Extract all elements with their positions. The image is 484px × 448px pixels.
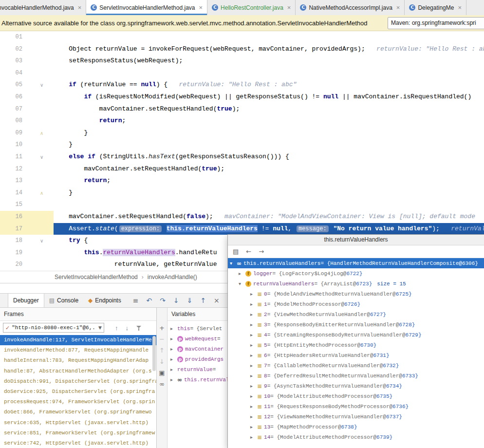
frame-row[interactable]: invokeHandlerMethod:877, RequestMappingH… bbox=[0, 345, 156, 355]
code-line[interactable]: 06 if (isRequestNotModified(webRequest) … bbox=[0, 91, 484, 103]
fold-up-icon[interactable]: ∧ bbox=[40, 187, 43, 200]
expand-icon[interactable]: ▸ bbox=[170, 326, 177, 331]
popup-row[interactable]: ▸≡10 = {ModelAttributeMethodProcessor@67… bbox=[228, 391, 484, 401]
back-icon[interactable]: ← bbox=[246, 248, 251, 255]
chevron-right-icon[interactable]: ▸ bbox=[250, 383, 257, 389]
popup-row[interactable]: ▸≡0 = {ModelAndViewMethodReturnValueHand… bbox=[228, 289, 484, 299]
popup-row[interactable]: ▸≡5 = {HttpEntityMethodProcessor@6730} bbox=[228, 340, 484, 350]
chevron-right-icon[interactable]: ▸ bbox=[250, 291, 257, 297]
popup-row[interactable]: ▸≡13 = {MapMethodProcessor@6738} bbox=[228, 422, 484, 432]
execution-line[interactable]: 17 Assert.state(expression: this.returnV… bbox=[0, 223, 484, 235]
expand-icon[interactable]: ▸ bbox=[170, 377, 177, 382]
popup-row[interactable]: ▸≡8 = {DeferredResultMethodReturnValueHa… bbox=[228, 371, 484, 381]
close-icon[interactable]: × bbox=[396, 4, 400, 11]
step-over-icon[interactable]: ↷ bbox=[160, 297, 166, 304]
editor-tab[interactable]: CDelegatingMe× bbox=[405, 0, 466, 15]
popup-row[interactable]: ▸≡12 = {ViewNameMethodReturnValueHandler… bbox=[228, 411, 484, 422]
filter-frames-icon[interactable] bbox=[136, 325, 142, 331]
frame-row[interactable]: handleInternal:783, RequestMappingHandle… bbox=[0, 355, 156, 366]
tab-console[interactable]: ▤Console bbox=[44, 294, 83, 307]
move-watch-up-icon[interactable]: ↑ bbox=[159, 347, 165, 354]
duplicate-watch-icon[interactable]: ▣ bbox=[159, 369, 165, 376]
popup-row[interactable]: ▾∞this.returnValueHandlers = {HandlerMet… bbox=[228, 258, 484, 268]
popup-row[interactable]: ▸≡3 = {ResponseBodyEmitterReturnValueHan… bbox=[228, 319, 484, 330]
popup-row[interactable]: ▸≡9 = {AsyncTaskMethodReturnValueHandler… bbox=[228, 381, 484, 391]
code-line[interactable]: 04 bbox=[0, 67, 484, 79]
popup-row[interactable]: ▸≡2 = {ViewMethodReturnValueHandler@6727… bbox=[228, 309, 484, 319]
frame-row[interactable]: handle:87, AbstractHandlerMethodAdapter … bbox=[0, 366, 156, 376]
frame-row[interactable]: doGet:866, FrameworkServlet (org.springf… bbox=[0, 407, 156, 417]
chevron-right-icon[interactable]: ▸ bbox=[250, 424, 257, 429]
layout-settings-icon[interactable]: ≡ bbox=[133, 297, 139, 304]
chevron-right-icon[interactable]: ▸ bbox=[250, 393, 257, 399]
code-line[interactable]: 05∨ if (returnValue == null) { returnVal… bbox=[0, 79, 484, 91]
chevron-right-icon[interactable]: ▸ bbox=[250, 322, 257, 327]
force-step-into-icon[interactable]: ⇓ bbox=[187, 297, 193, 304]
code-line[interactable]: 16 mavContainer.setRequestHandled(false)… bbox=[0, 211, 484, 223]
expand-icon[interactable]: ▸ bbox=[170, 336, 177, 341]
expand-icon[interactable]: ▸ bbox=[170, 356, 177, 362]
code-line[interactable]: 02 Object returnValue = invokeForRequest… bbox=[0, 43, 484, 56]
editor-tab[interactable]: CInvocableHandlerMethod.java× bbox=[0, 0, 86, 15]
code-line[interactable]: 08 return; bbox=[0, 115, 484, 127]
alt-source-combo[interactable]: Maven: org.springframework:spri bbox=[388, 17, 484, 29]
popup-row[interactable]: ▸≡14 = {ModelAttributeMethodProcessor@67… bbox=[228, 432, 484, 442]
chevron-right-icon[interactable]: ▸ bbox=[250, 312, 257, 317]
popup-row[interactable]: ▸≡4 = {StreamingResponseBodyReturnValueH… bbox=[228, 330, 484, 340]
previous-frame-icon[interactable]: ↑ bbox=[115, 324, 118, 332]
fold-down-icon[interactable]: ∨ bbox=[40, 151, 43, 164]
tab-debugger[interactable]: Debugger bbox=[8, 294, 44, 307]
chevron-right-icon[interactable]: ▸ bbox=[250, 363, 257, 368]
add-watch-icon[interactable]: + bbox=[159, 324, 165, 332]
tab-endpoints[interactable]: ◆Endpoints bbox=[83, 294, 126, 307]
breadcrumb-item-class[interactable]: ServletInvocableHandlerMethod bbox=[55, 274, 138, 280]
popup-row[interactable]: ▸≡7 = {CallableMethodReturnValueHandler@… bbox=[228, 360, 484, 371]
chevron-down-icon[interactable]: ▾ bbox=[230, 261, 237, 266]
chevron-right-icon[interactable]: ▸ bbox=[250, 353, 257, 358]
frames-scrollbar[interactable] bbox=[152, 336, 156, 371]
code-line[interactable]: 11∨ else if (StringUtils.hasText(getResp… bbox=[0, 151, 484, 163]
view-options-icon[interactable]: ▤ bbox=[233, 248, 239, 255]
code-line[interactable]: 03 setResponseStatus(webRequest); bbox=[0, 55, 484, 67]
close-icon[interactable]: × bbox=[78, 4, 82, 11]
frame-row[interactable]: invokeAndHandle:117, ServletInvocableHan… bbox=[0, 335, 156, 345]
frame-row[interactable]: service:742, HttpServlet (javax.servlet.… bbox=[0, 438, 156, 448]
chevron-right-icon[interactable]: ▸ bbox=[250, 414, 257, 419]
chevron-right-icon[interactable]: ▸ bbox=[250, 301, 257, 307]
code-line[interactable]: 09∧ } bbox=[0, 127, 484, 139]
chevron-down-icon[interactable]: ▾ bbox=[239, 281, 245, 286]
chevron-right-icon[interactable]: ▸ bbox=[250, 434, 257, 440]
fold-up-icon[interactable]: ∧ bbox=[40, 128, 43, 140]
editor-tab[interactable]: CServletInvocableHandlerMethod.java× bbox=[86, 0, 207, 15]
popup-row[interactable]: ▸≡11 = {RequestResponseBodyMethodProcess… bbox=[228, 401, 484, 411]
code-line[interactable]: 12 mavContainer.setRequestHandled(true); bbox=[0, 163, 484, 175]
thread-selector[interactable]: ✓ "http-nio-8080-exec-1"@6,... ▼ bbox=[3, 323, 104, 333]
chevron-right-icon[interactable]: ▸ bbox=[250, 404, 257, 409]
breadcrumb-item-method[interactable]: invokeAndHandle() bbox=[148, 274, 197, 280]
expand-icon[interactable]: ▸ bbox=[170, 367, 177, 372]
step-out-icon[interactable]: ↑ bbox=[200, 297, 206, 304]
chevron-right-icon[interactable]: ▸ bbox=[239, 271, 245, 276]
frame-row[interactable]: doService:925, DispatcherServlet (org.sp… bbox=[0, 387, 156, 397]
code-line[interactable]: 15 bbox=[0, 199, 484, 211]
close-icon[interactable]: × bbox=[199, 4, 203, 11]
remove-watch-icon[interactable]: − bbox=[159, 336, 165, 343]
code-line[interactable]: 07 mavContainer.setRequestHandled(true); bbox=[0, 103, 484, 115]
show-watches-icon[interactable]: ∞ bbox=[159, 380, 165, 388]
forward-icon[interactable]: → bbox=[259, 248, 264, 255]
next-frame-icon[interactable]: ↓ bbox=[126, 324, 129, 332]
popup-row[interactable]: ▾freturnValueHandlers = {ArrayList@6723}… bbox=[228, 279, 484, 289]
chevron-right-icon[interactable]: ▸ bbox=[250, 342, 257, 348]
code-line[interactable]: 14∧ } bbox=[0, 187, 484, 199]
fold-down-icon[interactable]: ∨ bbox=[40, 235, 43, 247]
frame-row[interactable]: doDispatch:991, DispatcherServlet (org.s… bbox=[0, 376, 156, 387]
editor-tab[interactable]: CHelloRestController.java× bbox=[207, 0, 296, 15]
chevron-right-icon[interactable]: ▸ bbox=[250, 332, 257, 337]
mute-breakpoints-icon[interactable]: × bbox=[214, 297, 220, 304]
show-execution-point-icon[interactable]: ↶ bbox=[146, 297, 152, 304]
expand-icon[interactable]: ▸ bbox=[170, 346, 177, 352]
fold-down-icon[interactable]: ∨ bbox=[40, 79, 43, 92]
chevron-right-icon[interactable]: ▸ bbox=[250, 373, 257, 378]
code-line[interactable]: 10 } bbox=[0, 139, 484, 151]
close-icon[interactable]: × bbox=[458, 4, 462, 11]
